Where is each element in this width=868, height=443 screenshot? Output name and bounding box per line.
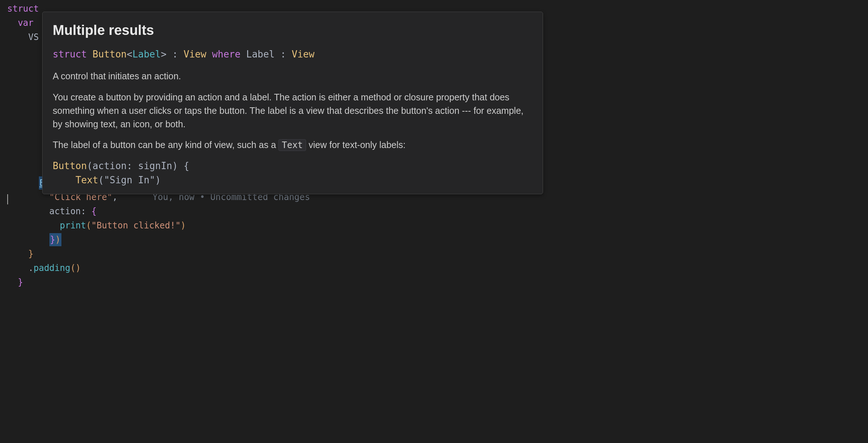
text-cursor <box>7 194 8 204</box>
popup-summary: A control that initiates an action. <box>53 69 533 83</box>
popup-label-paragraph: The label of a button can be any kind of… <box>53 138 533 152</box>
final-brace: } <box>18 276 23 289</box>
popup-description: You create a button by providing an acti… <box>53 91 533 131</box>
padding-parens: () <box>70 262 81 275</box>
type-signature: struct Button<Label> : View where Label … <box>53 47 533 61</box>
closing-brace: } <box>50 235 55 245</box>
action-label: action <box>49 205 81 218</box>
print-string: "Button clicked!" <box>91 219 181 232</box>
closing-paren: ) <box>55 235 60 245</box>
inline-code-text: Text <box>278 139 306 151</box>
brace-close: } <box>28 247 33 260</box>
paren: ( <box>86 219 91 232</box>
colon-token: : <box>81 205 86 218</box>
hover-documentation-popup[interactable]: Multiple results struct Button<Label> : … <box>42 12 543 194</box>
code-example: Button(action: signIn) { Text("Sign In") <box>53 159 533 187</box>
brace-open: { <box>91 205 96 218</box>
popup-title: Multiple results <box>53 20 533 41</box>
keyword-var: var <box>18 16 33 29</box>
keyword-struct: struct <box>7 2 39 15</box>
padding-method: padding <box>33 262 70 275</box>
paren-close: ) <box>181 219 186 232</box>
print-function: print <box>60 219 86 232</box>
vs-text: VS <box>28 31 39 44</box>
dot-operator: . <box>28 262 33 275</box>
